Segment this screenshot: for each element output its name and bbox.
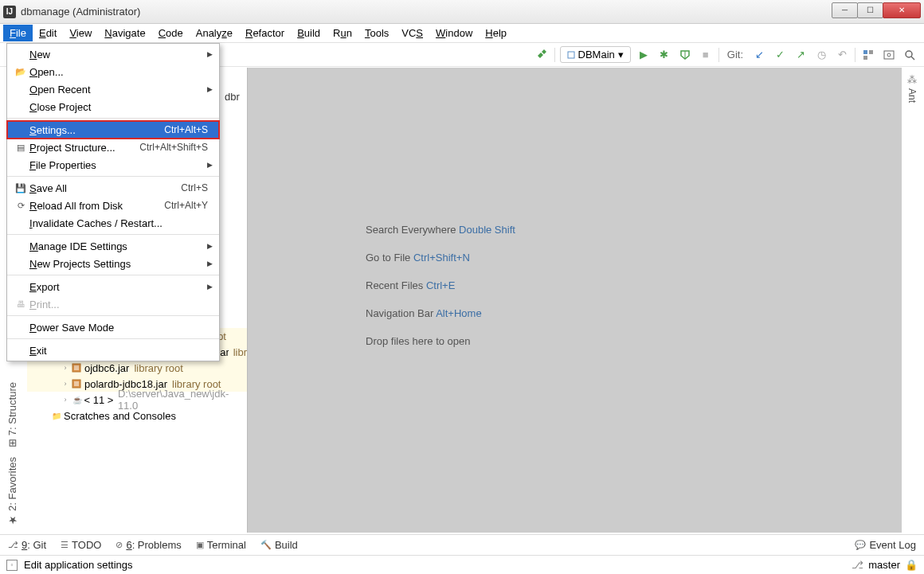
file-menu-item[interactable]: 🖶 Print... — [7, 295, 219, 313]
tree-item-tag: libr — [230, 346, 247, 358]
coverage-button[interactable] — [677, 47, 693, 63]
statusbar: ▫ Edit application settings ⎇ master 🔒 — [0, 555, 924, 574]
git-history-icon[interactable]: ◷ — [813, 47, 829, 63]
file-menu-item[interactable]: Invalidate Caches / Restart... — [7, 214, 219, 232]
menu-vcs[interactable]: VCS — [395, 25, 429, 41]
branch-icon: ⎇ — [8, 540, 18, 550]
tree-expand-icon[interactable]: › — [61, 396, 70, 404]
menu-edit[interactable]: Edit — [33, 25, 63, 41]
stop-button[interactable]: ■ — [698, 47, 714, 63]
tree-expand-icon[interactable]: › — [61, 364, 70, 372]
tree-row[interactable]: › ojdbc6.jar library root — [27, 360, 247, 376]
svg-rect-0 — [568, 52, 574, 58]
menu-run[interactable]: Run — [327, 25, 358, 41]
menu-build[interactable]: Build — [291, 25, 327, 41]
editor-welcome-area: Search Everywhere Double ShiftGo to File… — [247, 68, 902, 533]
file-menu-item[interactable]: 💾 Save All Ctrl+S — [7, 179, 219, 197]
open-folder-icon: 📂 — [14, 67, 28, 77]
chevron-down-icon: ▾ — [618, 49, 624, 61]
git-update-icon[interactable]: ↙ — [751, 47, 767, 63]
svg-rect-3 — [863, 56, 867, 60]
toolbar-separator — [718, 48, 719, 62]
welcome-tips: Search Everywhere Double ShiftGo to File… — [366, 222, 515, 361]
file-menu-item[interactable]: Settings... Ctrl+Alt+S — [7, 121, 219, 139]
window-titlebar: IJ dbmanage (Administrator) ─ ☐ ✕ — [0, 0, 924, 24]
tree-item-name: ojdbc6.jar — [84, 362, 129, 374]
build-tool-button[interactable]: 🔨Build — [260, 539, 298, 551]
menu-tools[interactable]: Tools — [358, 25, 395, 41]
event-log-icon: 💬 — [855, 540, 866, 550]
file-menu-item[interactable]: File Properties ▶ — [7, 156, 219, 174]
file-menu-item[interactable]: Exit — [7, 342, 219, 359]
welcome-tip: Recent Files Ctrl+E — [366, 278, 515, 291]
menu-help[interactable]: Help — [479, 25, 513, 41]
toolbar-separator — [554, 48, 555, 62]
ide-scope-icon[interactable] — [860, 47, 876, 63]
keyboard-shortcut: Ctrl+Shift+N — [413, 252, 470, 264]
statusbar-branch[interactable]: master — [868, 559, 900, 571]
window-close-button[interactable]: ✕ — [883, 2, 921, 18]
menu-refactor[interactable]: Refactor — [239, 25, 291, 41]
debug-button[interactable]: ✱ — [656, 47, 672, 63]
svg-rect-2 — [869, 50, 873, 54]
tree-item-tag: library root — [131, 362, 182, 374]
window-maximize-button[interactable]: ☐ — [857, 2, 883, 18]
menu-separator — [7, 234, 219, 235]
print-icon: 🖶 — [14, 299, 28, 309]
tree-item-name: < 11 > — [84, 394, 113, 406]
ant-tool-button[interactable]: Ant — [906, 88, 918, 103]
problems-icon: ⊘ — [116, 540, 123, 550]
file-menu-item[interactable]: Export ▶ — [7, 278, 219, 295]
file-menu-item[interactable]: New Projects Settings ▶ — [7, 255, 219, 272]
branch-icon: ⎇ — [852, 559, 863, 571]
file-menu-item[interactable]: Power Save Mode — [7, 318, 219, 336]
menu-separator — [7, 275, 219, 275]
file-menu-item[interactable]: New ▶ — [7, 45, 219, 63]
file-menu-item[interactable]: ⟳ Reload All from Disk Ctrl+Alt+Y — [7, 197, 219, 214]
todo-tool-button[interactable]: ☰TODO — [61, 539, 101, 551]
menu-file[interactable]: File — [3, 25, 33, 41]
run-button[interactable]: ▶ — [636, 47, 652, 63]
ant-icon[interactable]: ⁂ — [907, 74, 917, 85]
terminal-tool-button[interactable]: ▣Terminal — [196, 539, 246, 551]
file-menu-item[interactable]: Open Recent ▶ — [7, 80, 219, 98]
file-menu-item[interactable]: ▤ Project Structure... Ctrl+Alt+Shift+S — [7, 139, 219, 156]
file-menu-item[interactable]: Manage IDE Settings ▶ — [7, 237, 219, 255]
tree-item-icon — [72, 379, 83, 389]
tool-windows-icon[interactable]: ▫ — [6, 560, 18, 571]
terminal-icon: ▣ — [196, 540, 204, 550]
bottom-tool-bar: ⎇9: Git ☰TODO ⊘6: Problems ▣Terminal 🔨Bu… — [0, 534, 924, 555]
file-menu-item[interactable]: 📂 Open... — [7, 63, 219, 80]
file-menu-item[interactable]: Close Project — [7, 98, 219, 115]
structure-tool-button[interactable]: ⊞7: Structure — [6, 382, 18, 447]
favorites-tool-button[interactable]: ★2: Favorites — [6, 457, 18, 526]
menu-separator — [7, 118, 219, 119]
tree-expand-icon[interactable]: › — [61, 380, 70, 388]
menu-analyze[interactable]: Analyze — [190, 25, 239, 41]
svg-line-7 — [911, 57, 914, 60]
hammer-icon[interactable] — [534, 47, 550, 63]
problems-tool-button[interactable]: ⊘6: Problems — [116, 539, 181, 551]
git-rollback-icon[interactable]: ↶ — [834, 47, 850, 63]
tree-row[interactable]: › ☕ < 11 > D:\server\Java_new\jdk-11.0 — [27, 392, 247, 408]
save-icon: 💾 — [14, 183, 28, 193]
window-minimize-button[interactable]: ─ — [832, 2, 858, 18]
git-tool-button[interactable]: ⎇9: Git — [8, 539, 46, 551]
menu-code[interactable]: Code — [152, 25, 190, 41]
svg-point-6 — [906, 51, 912, 57]
run-config-icon — [567, 51, 575, 59]
menu-view[interactable]: View — [63, 25, 98, 41]
event-log-button[interactable]: 💬Event Log — [855, 539, 916, 551]
welcome-tip: Go to File Ctrl+Shift+N — [366, 250, 515, 264]
menu-separator — [7, 338, 219, 339]
run-config-selector[interactable]: DBMain ▾ — [560, 46, 631, 63]
git-push-icon[interactable]: ↗ — [793, 47, 808, 63]
file-menu-dropdown: New ▶ 📂 Open... Open Recent ▶ Close Proj… — [6, 43, 220, 361]
menu-window[interactable]: Window — [429, 25, 479, 41]
search-icon[interactable] — [902, 47, 918, 63]
lock-icon[interactable]: 🔒 — [905, 559, 918, 571]
tree-text-peek: dbr — [225, 91, 240, 103]
git-commit-icon[interactable]: ✓ — [772, 47, 788, 63]
search-everywhere-icon[interactable] — [881, 47, 897, 63]
menu-navigate[interactable]: Navigate — [98, 25, 151, 41]
